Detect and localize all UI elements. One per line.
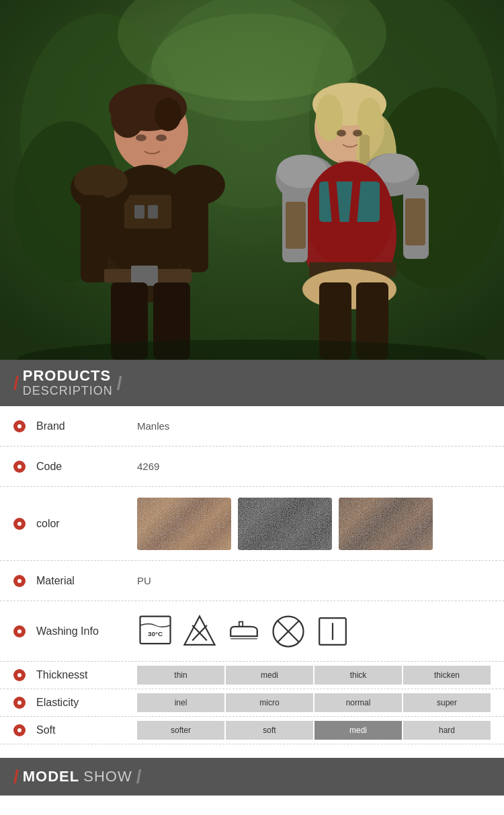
svg-text:30°C: 30°C [148, 630, 163, 637]
bullet-elasticity [13, 697, 26, 709]
material-row: Material PU [0, 561, 504, 601]
svg-point-38 [353, 130, 362, 137]
svg-rect-59 [339, 498, 433, 550]
material-label: Material [36, 575, 137, 587]
washing-icons: 30°C [137, 613, 491, 650]
slash-right-icon: / [117, 373, 122, 394]
slash-left-icon: / [13, 373, 19, 394]
washing-row: Washing Info 30°C [0, 601, 504, 662]
model-title: MODEL [23, 768, 79, 785]
elasticity-row: Elasticity inel micro normal super [0, 689, 504, 716]
products-header-text: PRODUCTS DESCRIPTION [23, 368, 113, 398]
color-label: color [36, 518, 137, 530]
elasticity-label: Elasticity [36, 697, 137, 709]
products-title: PRODUCTS [23, 368, 113, 384]
code-label: Code [36, 461, 137, 473]
thickness-section: Thicknesst thin medi thick thicken [0, 662, 504, 689]
bullet-thickness [13, 669, 26, 681]
svg-rect-24 [81, 195, 108, 282]
thickness-bar-medi[interactable]: medi [226, 666, 313, 685]
iron-icon [226, 613, 262, 650]
model-slash-right: / [136, 766, 142, 787]
thickness-label: Thicknesst [36, 669, 137, 681]
soft-label: Soft [36, 724, 137, 736]
swatch-dark-brown[interactable] [339, 498, 433, 550]
model-slash-left: / [13, 766, 19, 787]
soft-bars: softer soft medi hard [137, 721, 491, 740]
thickness-bar-thin[interactable]: thin [137, 666, 224, 685]
soft-bar-hard[interactable]: hard [403, 721, 491, 740]
svg-rect-20 [148, 205, 158, 219]
bullet-brand [13, 420, 26, 432]
no-tumble-icon [270, 613, 306, 650]
svg-point-22 [74, 165, 128, 198]
svg-rect-52 [286, 202, 306, 249]
washing-label: Washing Info [36, 625, 137, 637]
products-subtitle: DESCRIPTION [23, 384, 113, 398]
elasticity-bar-micro[interactable]: micro [226, 693, 313, 712]
model-show-header: / MODEL SHOW / [0, 758, 504, 795]
svg-rect-19 [134, 205, 144, 219]
code-row: Code 4269 [0, 447, 504, 487]
svg-rect-25 [181, 192, 208, 272]
svg-point-13 [155, 98, 181, 131]
swatch-brown[interactable] [137, 498, 231, 550]
brand-value: Manles [137, 420, 491, 432]
elasticity-bars: inel micro normal super [137, 693, 491, 712]
soft-bar-soft[interactable]: soft [226, 721, 313, 740]
thickness-bar-thick[interactable]: thick [314, 666, 402, 685]
bullet-code [13, 461, 26, 473]
soft-bar-softer[interactable]: softer [137, 721, 224, 740]
no-bleach-icon [181, 613, 218, 650]
brand-row: Brand Manles [0, 406, 504, 447]
svg-rect-45 [319, 182, 380, 222]
svg-point-37 [337, 130, 346, 137]
elasticity-bar-normal[interactable]: normal [314, 693, 402, 712]
thickness-bar-thicken[interactable]: thicken [403, 666, 491, 685]
thickness-bars: thin medi thick thicken [137, 666, 491, 685]
swatch-black[interactable] [238, 498, 332, 550]
products-description-header: / PRODUCTS DESCRIPTION / [0, 360, 504, 406]
wash-tub-icon: 30°C [137, 613, 173, 650]
svg-point-15 [156, 134, 167, 141]
dry-clean-icon [314, 613, 351, 650]
svg-rect-58 [238, 498, 332, 550]
code-value: 4269 [137, 461, 491, 472]
svg-point-14 [136, 134, 146, 141]
svg-rect-57 [137, 498, 231, 550]
soft-section: Soft softer soft medi hard [0, 717, 504, 744]
svg-marker-62 [185, 616, 215, 644]
hero-image [0, 0, 504, 360]
brand-label: Brand [36, 420, 137, 432]
bullet-material [13, 575, 26, 587]
svg-rect-53 [405, 198, 425, 245]
svg-point-12 [111, 98, 144, 138]
bullet-soft [13, 724, 26, 736]
color-swatches [137, 498, 491, 550]
color-row: color [0, 487, 504, 561]
bullet-color [13, 518, 26, 530]
material-value: PU [137, 575, 491, 586]
elasticity-bar-inel[interactable]: inel [137, 693, 224, 712]
soft-row: Soft softer soft medi hard [0, 717, 504, 744]
thickness-row: Thicknesst thin medi thick thicken [0, 662, 504, 689]
elasticity-bar-super[interactable]: super [403, 693, 491, 712]
model-subtitle: SHOW [83, 768, 132, 785]
bullet-washing [13, 625, 26, 637]
elasticity-section: Elasticity inel micro normal super [0, 689, 504, 717]
soft-bar-medi[interactable]: medi [314, 721, 402, 740]
